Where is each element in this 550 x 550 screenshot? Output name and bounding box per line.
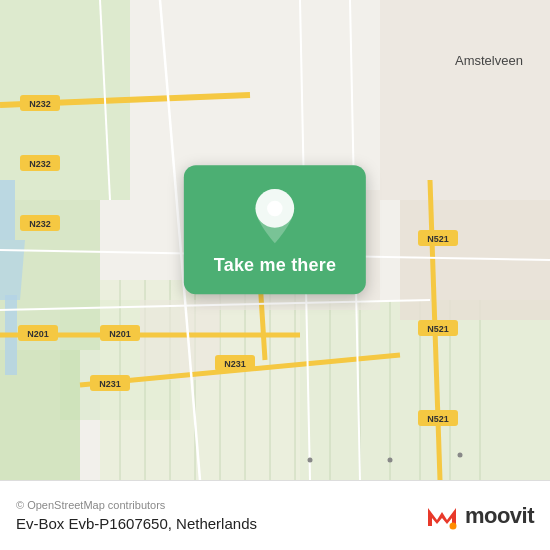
moovit-text: moovit bbox=[465, 503, 534, 529]
svg-text:Amstelveen: Amstelveen bbox=[455, 53, 523, 68]
svg-point-64 bbox=[458, 453, 463, 458]
svg-text:N521: N521 bbox=[427, 414, 449, 424]
svg-point-62 bbox=[308, 458, 313, 463]
moovit-logo: moovit bbox=[424, 498, 534, 534]
svg-text:N232: N232 bbox=[29, 219, 51, 229]
svg-rect-27 bbox=[140, 300, 220, 380]
bottom-left-info: © OpenStreetMap contributors Ev-Box Evb-… bbox=[16, 499, 257, 532]
map-area: N232 N232 N232 N201 N201 N231 N231 N231 … bbox=[0, 0, 550, 480]
svg-point-66 bbox=[267, 201, 282, 216]
svg-text:N231: N231 bbox=[99, 379, 121, 389]
location-pin-icon bbox=[251, 187, 299, 245]
svg-text:N232: N232 bbox=[29, 159, 51, 169]
svg-point-69 bbox=[449, 522, 456, 529]
svg-text:N201: N201 bbox=[27, 329, 49, 339]
svg-text:N231: N231 bbox=[224, 359, 246, 369]
svg-rect-5 bbox=[0, 180, 15, 240]
svg-text:N521: N521 bbox=[427, 324, 449, 334]
cta-label: Take me there bbox=[214, 255, 336, 276]
moovit-brand-icon bbox=[424, 498, 460, 534]
svg-text:N201: N201 bbox=[109, 329, 131, 339]
osm-credit: © OpenStreetMap contributors bbox=[16, 499, 257, 511]
svg-point-63 bbox=[388, 458, 393, 463]
location-label: Ev-Box Evb-P1607650, Netherlands bbox=[16, 515, 257, 532]
cta-button[interactable]: Take me there bbox=[184, 165, 366, 294]
svg-text:N521: N521 bbox=[427, 234, 449, 244]
svg-rect-24 bbox=[380, 0, 550, 200]
svg-text:N232: N232 bbox=[29, 99, 51, 109]
bottom-bar: © OpenStreetMap contributors Ev-Box Evb-… bbox=[0, 480, 550, 550]
